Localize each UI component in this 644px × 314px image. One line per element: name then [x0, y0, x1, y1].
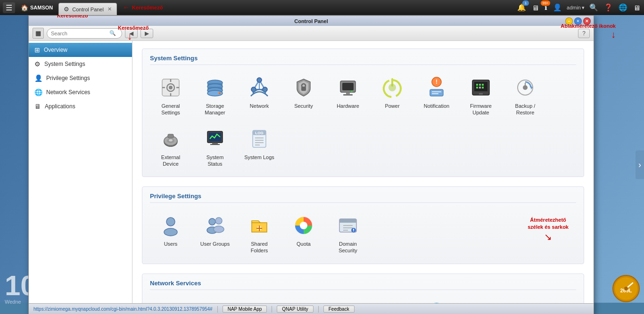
admin-menu[interactable]: admin ▾ — [567, 5, 585, 11]
privilege-settings-grid: Users User Groups — [150, 209, 576, 258]
svg-point-64 — [166, 217, 175, 226]
win-mac-nfs-item[interactable]: Win/Mac/NFS — [150, 297, 191, 303]
quota-item[interactable]: Quota — [283, 209, 324, 258]
close-button[interactable]: ✕ — [583, 17, 591, 25]
svg-rect-39 — [482, 84, 484, 86]
svg-point-68 — [215, 217, 222, 224]
hardware-label: Hardware — [337, 103, 359, 109]
network-recycle-bin-item[interactable]: NetworkRecycle Bin — [372, 297, 413, 303]
info-badge: 99+ — [541, 0, 550, 6]
telnet-ssh-item[interactable]: $ ssh user @host Telnet / SSH — [239, 297, 280, 303]
svg-rect-32 — [430, 89, 443, 96]
home-icon: 🏠 — [21, 4, 28, 11]
domain-security-label: DomainSecurity — [339, 241, 357, 254]
service-discovery-item[interactable]: ServiceDiscovery — [327, 297, 369, 303]
search-input[interactable] — [51, 31, 107, 36]
ftp-item[interactable]: FTP — [194, 297, 236, 303]
power-item[interactable]: Power — [372, 72, 413, 120]
hardware-item[interactable]: Hardware — [327, 72, 369, 120]
service-discovery-icon — [336, 300, 360, 303]
control-panel-tab[interactable]: ⚙ Control Panel ✕ — [58, 3, 117, 15]
search-icon: 🔍 — [109, 30, 116, 36]
slide-right-button[interactable]: › — [636, 151, 644, 179]
globe-icon[interactable]: 🌐 — [618, 2, 628, 13]
qsync-item[interactable]: Qsync (Beta) — [416, 297, 457, 303]
privilege-settings-section: Privilege Settings Users — [142, 186, 584, 264]
storage-manager-item[interactable]: StorageManager — [194, 72, 236, 120]
general-settings-item[interactable]: GeneralSettings — [150, 72, 191, 120]
users-item[interactable]: Users — [150, 209, 191, 258]
status-url[interactable]: https://zimiomega.myqnapcloud.com/cgi-bi… — [33, 306, 213, 312]
admin-caret-icon: ▾ — [582, 5, 585, 11]
notification-item[interactable]: ! Notification — [416, 72, 457, 120]
shared-folders-item[interactable]: SharedFolders — [239, 209, 280, 258]
network-services-grid: Win/Mac/NFS — [150, 297, 576, 303]
shared-folders-label: SharedFolders — [251, 241, 268, 254]
system-status-icon — [203, 127, 227, 151]
info-icon[interactable]: ℹ 99+ — [544, 2, 548, 13]
svg-point-29 — [388, 84, 396, 91]
snmp-icon — [291, 300, 316, 303]
svg-text:!: ! — [436, 79, 438, 85]
system-settings-section: System Settings — [142, 48, 584, 177]
maximize-button[interactable]: + — [574, 17, 582, 25]
domain-security-item[interactable]: DomainSecurity — [327, 209, 369, 258]
user-groups-item[interactable]: User Groups — [194, 209, 236, 258]
security-item[interactable]: Security — [283, 72, 324, 120]
forward-button[interactable]: ▶ — [140, 29, 153, 38]
firmware-item[interactable]: FirmwareUpdate — [460, 72, 502, 120]
content-scroll: System Settings — [132, 41, 594, 303]
svg-rect-56 — [210, 144, 220, 145]
svg-point-117 — [624, 287, 628, 290]
svg-text:LOG: LOG — [255, 131, 263, 135]
network-recycle-bin-icon — [380, 300, 405, 303]
svg-rect-38 — [479, 84, 481, 86]
firmware-icon — [469, 75, 493, 100]
system-status-label: SystemStatus — [206, 154, 224, 168]
back-button[interactable]: ◀ — [125, 29, 138, 38]
system-status-item[interactable]: SystemStatus — [194, 123, 236, 171]
sidebar-toggle-button[interactable]: ▦ — [33, 28, 44, 39]
win-mac-nfs-icon — [158, 300, 183, 303]
notification-icon[interactable]: 🔔 1 — [516, 2, 527, 13]
taskbar-home[interactable]: 🏠 SAMSON — [17, 3, 57, 12]
general-settings-label: GeneralSettings — [161, 103, 180, 116]
taskbar-menu-button[interactable]: ☰ — [3, 2, 15, 13]
firmware-label: FirmwareUpdate — [470, 103, 492, 116]
external-device-item[interactable]: ExternalDevice — [150, 123, 191, 171]
system-logs-item[interactable]: LOG System Logs — [239, 123, 280, 171]
status-bar: https://zimiomega.myqnapcloud.com/cgi-bi… — [29, 303, 594, 314]
speedometer-widget[interactable]: 269L — [612, 274, 640, 303]
network-item[interactable]: Network — [239, 72, 280, 120]
help-button[interactable]: ? — [578, 29, 590, 38]
search-taskbar-icon[interactable]: 🔍 — [588, 2, 599, 13]
display-icon[interactable]: 🖥 — [632, 3, 641, 13]
system-settings-icon: ⚙ — [34, 60, 41, 68]
sidebar-item-overview[interactable]: ⊞ Overview — [29, 43, 132, 57]
backup-item[interactable]: Backup /Restore — [504, 72, 546, 120]
feedback-button[interactable]: Feedback — [323, 306, 355, 313]
sidebar-label-network-services: Network Services — [46, 89, 90, 96]
status-divider-2 — [272, 306, 272, 313]
tab-close-button[interactable]: ✕ — [107, 6, 112, 12]
sidebar-item-network-services[interactable]: 🌐 Network Services — [29, 85, 132, 99]
svg-rect-24 — [342, 83, 354, 90]
sidebar-item-system-settings[interactable]: ⚙ System Settings — [29, 57, 132, 71]
sidebar-item-privilege-settings[interactable]: 👤 Privilege Settings — [29, 71, 132, 85]
help-taskbar-icon[interactable]: ❓ — [603, 2, 614, 13]
svg-rect-43 — [479, 93, 483, 95]
minimize-button[interactable]: − — [565, 17, 573, 25]
telnet-ssh-icon: $ ssh user @host — [247, 300, 272, 303]
sidebar-label-applications: Applications — [45, 103, 75, 110]
qnap-utility-button[interactable]: QNAP Utility — [277, 306, 313, 313]
power-icon — [380, 75, 405, 100]
sidebar-label-privilege-settings: Privilege Settings — [46, 75, 90, 81]
monitor-icon[interactable]: 🖥 — [531, 3, 540, 13]
notification-label: Notification — [424, 103, 449, 109]
user-icon[interactable]: 👤 — [552, 2, 563, 13]
snmp-item[interactable]: SNMP — [283, 297, 324, 303]
svg-point-83 — [353, 231, 354, 232]
nap-mobile-app-button[interactable]: NAP Mobile App — [223, 306, 267, 313]
sidebar-item-applications[interactable]: 🖥 Applications — [29, 99, 132, 113]
svg-rect-26 — [343, 94, 353, 96]
